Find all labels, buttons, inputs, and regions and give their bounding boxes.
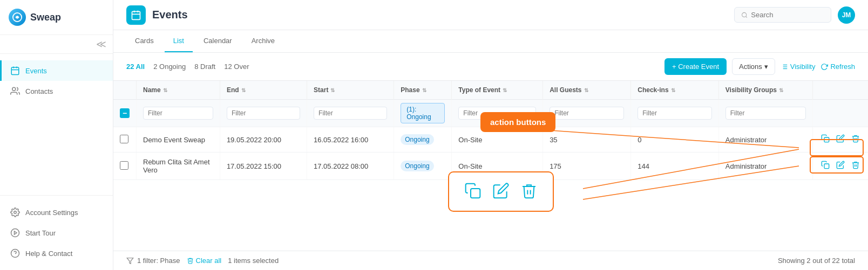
row2-copy-button[interactable] — [819, 159, 831, 173]
bottom-bar: 1 filter: Phase Clear all 1 items select… — [113, 251, 868, 270]
contacts-icon — [10, 86, 20, 96]
svg-line-16 — [746, 16, 747, 17]
sidebar-item-contacts[interactable]: Contacts — [0, 81, 113, 101]
popup-copy-icon — [464, 182, 482, 201]
svg-point-6 — [14, 211, 17, 214]
clear-filter-button[interactable]: Clear all — [187, 257, 222, 265]
th-name: Name⇅ — [137, 81, 220, 100]
row2-start: 17.05.2022 08:00 — [307, 153, 394, 180]
tab-list[interactable]: List — [165, 30, 193, 52]
th-start: Start⇅ — [307, 81, 394, 100]
filter-checkins-input[interactable] — [638, 107, 712, 120]
sort-type-icon[interactable]: ⇅ — [503, 87, 507, 93]
collapse-sidebar-button[interactable]: ≪ — [96, 38, 106, 50]
tab-calendar[interactable]: Calendar — [195, 30, 241, 52]
account-settings-item[interactable]: Account Settings — [0, 202, 113, 223]
row1-checkbox[interactable] — [120, 135, 128, 143]
row1-delete-button[interactable] — [850, 133, 862, 147]
search-icon — [741, 11, 748, 19]
account-settings-label: Account Settings — [25, 209, 78, 217]
filter-guests-cell — [543, 100, 631, 127]
create-event-button[interactable]: + Create Event — [664, 58, 727, 75]
svg-point-15 — [742, 12, 747, 17]
sort-phase-icon[interactable]: ⇅ — [422, 87, 426, 93]
sort-start-icon[interactable]: ⇅ — [330, 87, 335, 93]
actions-dropdown-button[interactable]: Actions ▾ — [732, 58, 775, 75]
start-tour-item[interactable]: Start Tour — [0, 223, 113, 243]
sidebar: Sweap ≪ Events Contacts Account Settings — [0, 0, 113, 270]
filter-end-input[interactable] — [227, 107, 300, 120]
sort-checkins-icon[interactable]: ⇅ — [671, 87, 675, 93]
table-row: Rebum Clita Sit Amet Vero 17.05.2022 15:… — [113, 153, 868, 180]
main-content: Events JM Cards List Calendar Archive 22… — [113, 0, 868, 270]
page-header: Events JM — [113, 0, 868, 30]
row2-visibility: Administrator — [718, 153, 812, 180]
row2-phase: Ongoing — [394, 153, 452, 180]
row1-end: 19.05.2022 20:00 — [220, 127, 307, 153]
visibility-label: Visibility — [790, 63, 816, 71]
sort-visibility-icon[interactable]: ⇅ — [779, 87, 783, 93]
th-type: Type of Event⇅ — [452, 81, 543, 100]
filter-name-cell — [137, 100, 220, 127]
svg-rect-11 — [132, 11, 140, 19]
sort-end-icon[interactable]: ⇅ — [241, 87, 246, 93]
svg-point-7 — [11, 229, 19, 237]
row1-type: On-Site — [452, 127, 543, 153]
count-all[interactable]: 22 All — [126, 63, 145, 71]
sort-name-icon[interactable]: ⇅ — [163, 87, 167, 93]
search-box[interactable] — [734, 7, 831, 23]
page-title: Events — [152, 9, 188, 21]
sidebar-item-contacts-label: Contacts — [25, 87, 53, 95]
refresh-icon — [820, 63, 828, 71]
row2-checkbox-cell — [113, 153, 137, 180]
svg-rect-25 — [471, 189, 480, 198]
count-over[interactable]: 12 Over — [224, 63, 249, 71]
brand-name: Sweap — [30, 12, 61, 23]
filter-action-bar: 22 All 2 Ongoing 8 Draft 12 Over + Creat… — [113, 53, 868, 81]
tab-bar: Cards List Calendar Archive — [113, 30, 868, 53]
visibility-button[interactable]: Visibility — [781, 63, 816, 71]
svg-marker-8 — [15, 231, 17, 234]
phase-filter-badge[interactable]: (1): Ongoing — [401, 103, 445, 123]
visibility-icon — [781, 63, 788, 71]
tab-archive[interactable]: Archive — [243, 30, 283, 52]
sidebar-item-events[interactable]: Events — [0, 60, 113, 81]
row2-action-buttons — [819, 159, 862, 173]
filter-start-input[interactable] — [314, 107, 387, 120]
count-draft[interactable]: 8 Draft — [194, 63, 215, 71]
row2-edit-button[interactable] — [835, 159, 846, 173]
events-header-icon — [126, 5, 146, 25]
sort-guests-icon[interactable]: ⇅ — [584, 87, 588, 93]
count-ongoing[interactable]: 2 Ongoing — [153, 63, 186, 71]
th-phase: Phase⇅ — [394, 81, 452, 100]
filter-guests-input[interactable] — [550, 107, 624, 120]
svg-marker-29 — [127, 258, 133, 264]
table-filter-row: − (1): Ongoing — [113, 100, 868, 127]
row1-edit-button[interactable] — [835, 133, 846, 147]
sidebar-bottom: Account Settings Start Tour Help & Conta… — [0, 195, 113, 270]
help-contact-label: Help & Contact — [25, 250, 72, 258]
refresh-button[interactable]: Refresh — [820, 63, 855, 71]
logo-area: Sweap — [0, 0, 113, 35]
avatar[interactable]: JM — [838, 6, 855, 24]
filter-name-input[interactable] — [143, 107, 213, 120]
filter-visibility-cell — [718, 100, 812, 127]
svg-point-5 — [12, 87, 16, 91]
help-icon — [10, 248, 20, 258]
row1-copy-button[interactable] — [819, 133, 831, 147]
filter-visibility-input[interactable] — [725, 107, 806, 120]
row1-name: Demo Event Sweap — [137, 127, 220, 153]
svg-rect-24 — [824, 164, 829, 169]
row2-delete-button[interactable] — [850, 159, 862, 173]
help-contact-item[interactable]: Help & Contact — [0, 243, 113, 264]
deselect-all-button[interactable]: − — [120, 108, 130, 118]
search-input[interactable] — [751, 11, 824, 19]
sidebar-item-events-label: Events — [25, 67, 47, 75]
tab-cards[interactable]: Cards — [126, 30, 162, 52]
filter-type-input[interactable] — [458, 107, 536, 120]
header-left: Events — [126, 5, 188, 25]
row1-actions-cell — [812, 127, 868, 153]
row2-checkbox[interactable] — [120, 161, 128, 170]
popup-edit-icon — [492, 182, 510, 201]
row1-action-buttons — [819, 133, 862, 147]
